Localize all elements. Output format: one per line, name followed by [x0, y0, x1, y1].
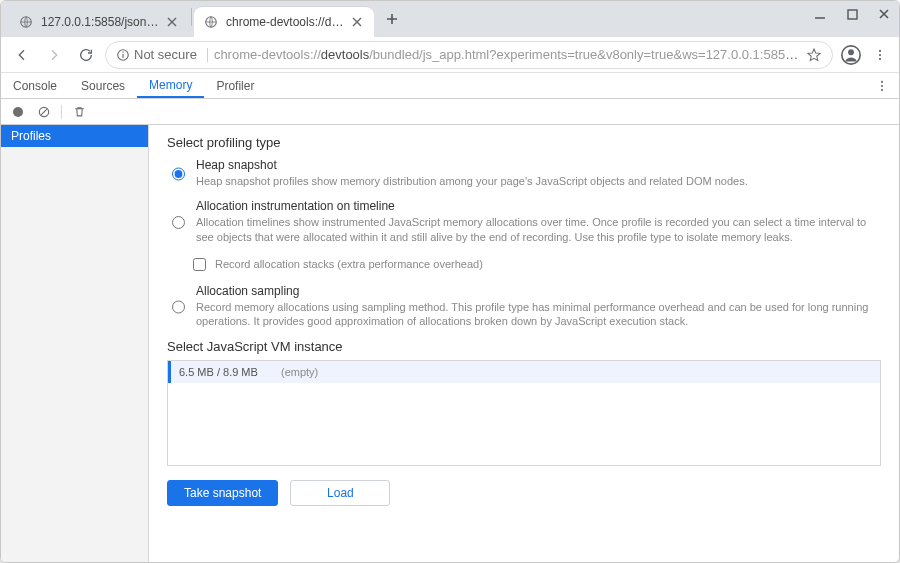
devtools-menu-button[interactable] — [871, 73, 893, 98]
url-text: chrome-devtools://devtools/bundled/js_ap… — [214, 47, 800, 62]
radio-alloc-sampling[interactable] — [172, 285, 185, 330]
security-indicator[interactable]: Not secure — [116, 47, 208, 62]
devtools-toolbar — [1, 99, 899, 125]
devtools-tab-console[interactable]: Console — [1, 73, 69, 98]
devtools-tab-memory[interactable]: Memory — [137, 73, 204, 98]
clear-button[interactable] — [35, 103, 53, 121]
tab-favicon-globe-icon — [204, 15, 218, 29]
option-label[interactable]: Allocation sampling — [196, 284, 881, 298]
profiling-heading: Select profiling type — [167, 135, 881, 150]
nav-back-button[interactable] — [9, 42, 35, 68]
nav-forward-button[interactable] — [41, 42, 67, 68]
profiling-option-alloc-sampling: Allocation sampling Record memory alloca… — [167, 284, 881, 330]
svg-point-11 — [881, 80, 883, 82]
svg-rect-4 — [122, 53, 123, 57]
tab-close-icon[interactable] — [350, 15, 364, 29]
tab-separator — [191, 8, 192, 26]
action-buttons: Take snapshot Load — [167, 480, 881, 506]
browser-window: 127.0.0.1:5858/json/list chrome-devtools… — [0, 0, 900, 563]
svg-point-9 — [879, 53, 881, 55]
option-label[interactable]: Allocation instrumentation on timeline — [196, 199, 881, 213]
svg-rect-2 — [848, 10, 857, 19]
tab-close-icon[interactable] — [165, 15, 179, 29]
option-desc: Heap snapshot profiles show memory distr… — [196, 174, 748, 189]
load-button[interactable]: Load — [290, 480, 390, 506]
browser-tab-1[interactable]: chrome-devtools://devtools/bu — [194, 7, 374, 37]
tab-favicon-globe-icon — [19, 15, 33, 29]
profiling-option-heap: Heap snapshot Heap snapshot profiles sho… — [167, 158, 881, 189]
devtools-tab-profiler[interactable]: Profiler — [204, 73, 266, 98]
record-stacks-row: Record allocation stacks (extra performa… — [189, 255, 881, 274]
window-maximize-button[interactable] — [843, 5, 861, 23]
browser-toolbar: Not secure chrome-devtools://devtools/bu… — [1, 37, 899, 73]
browser-tab-title: chrome-devtools://devtools/bu — [226, 15, 344, 29]
option-desc: Allocation timelines show instrumented J… — [196, 215, 881, 245]
sidebar-item-profiles[interactable]: Profiles — [1, 125, 148, 147]
svg-point-10 — [879, 58, 881, 60]
new-tab-button[interactable] — [378, 5, 406, 33]
profiles-sidebar: Profiles — [1, 125, 149, 562]
sidebar-item-label: Profiles — [11, 129, 51, 143]
browser-tabstrip: 127.0.0.1:5858/json/list chrome-devtools… — [1, 1, 899, 37]
bookmark-star-icon[interactable] — [806, 47, 822, 63]
security-label: Not secure — [134, 47, 197, 62]
nav-reload-button[interactable] — [73, 42, 99, 68]
vm-name: (empty) — [281, 366, 318, 378]
radio-alloc-timeline[interactable] — [172, 200, 185, 245]
delete-button[interactable] — [70, 103, 88, 121]
memory-content: Select profiling type Heap snapshot Heap… — [149, 125, 899, 562]
browser-tab-title: 127.0.0.1:5858/json/list — [41, 15, 159, 29]
svg-point-14 — [13, 107, 23, 117]
checkbox-label[interactable]: Record allocation stacks (extra performa… — [215, 258, 483, 270]
vm-memory: 6.5 MB / 8.9 MB — [171, 366, 281, 378]
info-icon — [116, 48, 130, 62]
devtools-tab-sources[interactable]: Sources — [69, 73, 137, 98]
window-minimize-button[interactable] — [811, 5, 829, 23]
devtools-panel: Console Sources Memory Profiler Profiles… — [1, 73, 899, 562]
window-close-button[interactable] — [875, 5, 893, 23]
svg-point-13 — [881, 89, 883, 91]
svg-point-12 — [881, 84, 883, 86]
window-controls — [811, 5, 893, 23]
vm-heading: Select JavaScript VM instance — [167, 339, 881, 354]
url-bar[interactable]: Not secure chrome-devtools://devtools/bu… — [105, 41, 833, 69]
profiling-option-alloc-timeline: Allocation instrumentation on timeline A… — [167, 199, 881, 245]
option-label[interactable]: Heap snapshot — [196, 158, 748, 172]
profile-avatar-icon[interactable] — [839, 43, 863, 67]
svg-point-7 — [848, 49, 854, 55]
option-desc: Record memory allocations using sampling… — [196, 300, 881, 330]
browser-tab-0[interactable]: 127.0.0.1:5858/json/list — [9, 7, 189, 37]
vm-instance-row[interactable]: 6.5 MB / 8.9 MB (empty) — [168, 361, 880, 383]
checkbox-record-allocation-stacks[interactable] — [193, 258, 206, 271]
radio-heap-snapshot[interactable] — [172, 159, 185, 189]
devtools-body: Profiles Select profiling type Heap snap… — [1, 125, 899, 562]
browser-menu-button[interactable] — [869, 48, 891, 62]
svg-rect-5 — [122, 51, 123, 52]
take-snapshot-button[interactable]: Take snapshot — [167, 480, 278, 506]
record-button[interactable] — [9, 103, 27, 121]
devtools-tabstrip: Console Sources Memory Profiler — [1, 73, 899, 99]
svg-point-8 — [879, 49, 881, 51]
toolbar-separator — [61, 105, 62, 119]
vm-instance-list: 6.5 MB / 8.9 MB (empty) — [167, 360, 881, 466]
